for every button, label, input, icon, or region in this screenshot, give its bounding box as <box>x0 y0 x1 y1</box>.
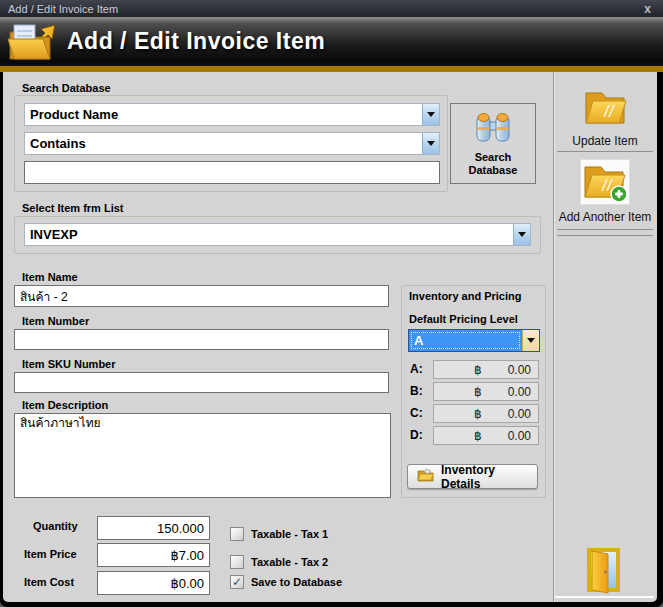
taxable-tax1-label: Taxable - Tax 1 <box>251 528 328 540</box>
currency-symbol: ฿ <box>474 407 482 421</box>
save-to-database-label: Save to Database <box>251 576 342 588</box>
select-item-dropdown-button[interactable] <box>513 224 530 245</box>
item-price-input[interactable] <box>97 543 210 567</box>
panel-divider-highlight <box>554 72 555 602</box>
select-item-value: INVEXP <box>25 224 513 245</box>
item-number-label: Item Number <box>22 315 89 327</box>
separator <box>557 229 653 230</box>
item-name-label: Item Name <box>22 271 78 283</box>
folder-add-icon <box>580 159 630 205</box>
price-level-c-label: C: <box>410 406 423 420</box>
price-level-b-value: 0.00 <box>508 385 531 399</box>
add-another-item-label: Add Another Item <box>559 210 652 224</box>
side-panel: Update Item Add Another Item <box>553 72 657 602</box>
checkbox-box[interactable]: ✓ <box>230 575 244 589</box>
quantity-label: Quantity <box>33 520 78 532</box>
search-field-value: Product Name <box>25 104 422 125</box>
currency-symbol: ฿ <box>474 429 482 443</box>
separator <box>557 151 653 152</box>
price-level-a-label: A: <box>410 362 423 376</box>
folder-arrow-icon <box>7 18 57 66</box>
title-bar-text: Add / Edit Invoice Item <box>8 3 118 15</box>
taxable-tax2-label: Taxable - Tax 2 <box>251 556 328 568</box>
checkbox-box[interactable] <box>230 555 244 569</box>
select-item-label: Select Item frm List <box>22 202 123 214</box>
main-panel: Search Database Product Name Contains <box>3 72 657 602</box>
folder-icon <box>580 83 630 129</box>
inventory-pricing-label: Inventory and Pricing <box>409 290 521 302</box>
inventory-pricing-group: Inventory and Pricing Default Pricing Le… <box>401 285 546 498</box>
price-level-c-field: ฿ 0.00 <box>433 404 539 423</box>
item-description-textarea[interactable]: สินค้าภาษาไทย <box>14 413 391 498</box>
taxable-tax2-checkbox[interactable]: Taxable - Tax 2 <box>230 555 328 569</box>
price-level-a-field: ฿ 0.00 <box>433 360 539 379</box>
search-database-button[interactable]: Search Database <box>450 103 536 184</box>
price-level-d-value: 0.00 <box>508 429 531 443</box>
inventory-details-button-label: Inventory Details <box>441 463 528 491</box>
price-level-a-value: 0.00 <box>508 363 531 377</box>
checkbox-box[interactable] <box>230 527 244 541</box>
separator <box>557 235 653 236</box>
dialog-window: Add / Edit Invoice Item x <box>0 0 663 607</box>
chevron-down-icon <box>527 338 535 343</box>
binoculars-icon <box>474 111 512 147</box>
default-pricing-level-dropdown-button[interactable] <box>522 330 539 351</box>
add-another-item-button[interactable]: Add Another Item <box>553 159 657 224</box>
search-operator-combobox[interactable]: Contains <box>24 132 440 155</box>
search-text-input[interactable] <box>24 161 440 184</box>
item-cost-label: Item Cost <box>24 576 74 588</box>
search-database-button-label: Search Database <box>469 151 518 177</box>
item-cost-input[interactable] <box>97 571 210 595</box>
item-sku-label: Item SKU Number <box>22 358 116 370</box>
close-icon[interactable]: x <box>640 3 655 15</box>
search-operator-dropdown-button[interactable] <box>422 133 439 154</box>
select-item-combobox[interactable]: INVEXP <box>24 223 531 246</box>
search-operator-value: Contains <box>25 133 422 154</box>
save-to-database-checkbox[interactable]: ✓ Save to Database <box>230 575 342 589</box>
page-title: Add / Edit Invoice Item <box>67 28 325 55</box>
chevron-down-icon <box>518 232 526 237</box>
price-level-b-label: B: <box>410 384 423 398</box>
price-level-d-field: ฿ 0.00 <box>433 426 539 445</box>
exit-door-icon[interactable] <box>587 548 621 598</box>
item-name-input[interactable] <box>14 285 389 307</box>
search-field-combobox[interactable]: Product Name <box>24 103 440 126</box>
chevron-down-icon <box>427 112 435 117</box>
price-level-b-field: ฿ 0.00 <box>433 382 539 401</box>
header-banner: Add / Edit Invoice Item <box>0 17 663 66</box>
quantity-input[interactable] <box>97 516 210 540</box>
title-bar: Add / Edit Invoice Item x <box>0 0 663 17</box>
chevron-down-icon <box>427 141 435 146</box>
default-pricing-level-combobox[interactable]: A <box>408 329 540 352</box>
update-item-label: Update Item <box>572 134 637 148</box>
item-description-label: Item Description <box>22 399 108 411</box>
inventory-details-button[interactable]: Inventory Details <box>407 464 538 489</box>
panel-bottom-highlight <box>555 596 654 598</box>
search-database-label: Search Database <box>22 82 111 94</box>
folder-edit-icon <box>417 468 434 485</box>
price-level-d-label: D: <box>410 428 423 442</box>
default-pricing-level-label: Default Pricing Level <box>409 313 518 325</box>
taxable-tax1-checkbox[interactable]: Taxable - Tax 1 <box>230 527 328 541</box>
currency-symbol: ฿ <box>474 363 482 377</box>
price-level-c-value: 0.00 <box>508 407 531 421</box>
default-pricing-level-value: A <box>409 330 522 351</box>
search-field-dropdown-button[interactable] <box>422 104 439 125</box>
item-sku-input[interactable] <box>14 372 389 393</box>
item-price-label: Item Price <box>24 548 77 560</box>
update-item-button[interactable]: Update Item <box>553 83 657 148</box>
item-number-input[interactable] <box>14 329 389 350</box>
currency-symbol: ฿ <box>474 385 482 399</box>
